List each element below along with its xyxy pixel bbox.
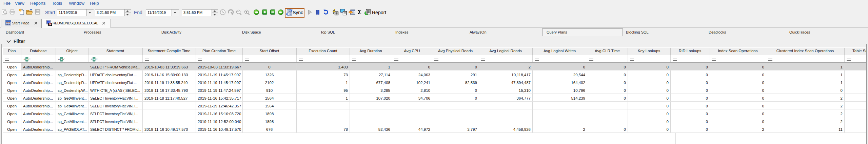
svg-text:C: C xyxy=(96,58,98,61)
svg-text:A: A xyxy=(91,58,93,61)
svg-text:B: B xyxy=(93,58,95,61)
svg-text:C: C xyxy=(63,58,65,61)
svg-text:B: B xyxy=(26,58,28,61)
svg-text:C: C xyxy=(29,58,31,61)
svg-text:A: A xyxy=(58,58,60,61)
svg-text:B: B xyxy=(61,58,63,61)
svg-text:A: A xyxy=(23,58,25,61)
